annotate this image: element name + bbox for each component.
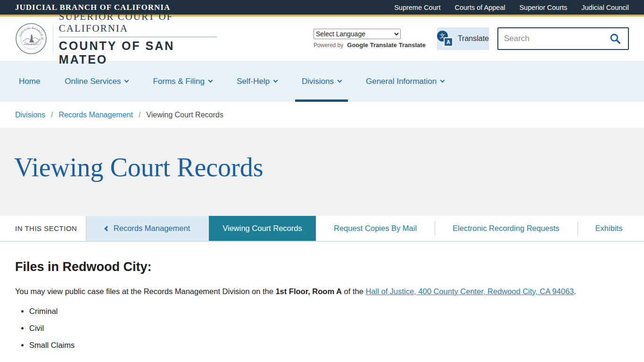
topbar-link-supreme-court[interactable]: Supreme Court [394,4,440,11]
paragraph-text: You may view public case files at the Re… [15,287,275,296]
tab-electronic-recording-requests[interactable]: Electronic Recording Requests [435,216,578,241]
case-type-list: Criminal Civil Small Claims [15,307,629,350]
logo-divider [53,24,53,53]
list-item: Small Claims [29,341,629,350]
chevron-left-icon [104,226,109,231]
topbar-link-courts-of-appeal[interactable]: Courts of Appeal [454,4,505,11]
translate-button-label: Translate [458,34,489,43]
section-navigation: IN THIS SECTION Records Management Viewi… [0,216,644,242]
page-title: Viewing Court Records [14,152,644,182]
nav-item-forms-filing-label: Forms & Filing [153,77,205,86]
back-tab-label: Records Management [114,224,190,233]
main-content: Files in Redwood City: You may view publ… [0,242,644,350]
nav-item-self-help-label: Self-Help [237,77,270,86]
chevron-down-icon [208,78,213,83]
translate-icon-square: A [444,37,453,47]
tab-exhibits[interactable]: Exhibits [578,216,641,241]
chevron-down-icon [338,78,342,83]
in-this-section-label: IN THIS SECTION [0,216,86,241]
chevron-down-icon [273,78,278,83]
content-paragraph: You may view public case files at the Re… [15,286,629,297]
main-navigation: Home Online Services Forms & Filing Self… [0,61,644,102]
chevron-down-icon [440,78,445,83]
nav-item-general-information[interactable]: General Information [354,61,456,102]
nav-item-online-services[interactable]: Online Services [52,61,140,102]
nav-item-online-services-label: Online Services [65,77,121,86]
language-select[interactable]: Select Language [314,29,401,39]
nav-item-general-information-label: General Information [366,77,437,86]
breadcrumb-divisions[interactable]: Divisions [15,111,45,119]
translate-button[interactable]: 文 A Translate [437,27,489,50]
breadcrumb-current: Viewing Court Records [146,111,223,119]
nav-item-forms-filing[interactable]: Forms & Filing [140,61,224,102]
topbar-link-judicial-council[interactable]: Judicial Council [581,4,629,11]
powered-by-label: Powered by [314,42,343,49]
paragraph-text: . [574,287,576,296]
content-heading: Files in Redwood City: [15,260,629,274]
site-name-line1: SUPERIOR COURT OF CALIFORNIA [59,11,217,37]
nav-item-self-help[interactable]: Self-Help [224,61,289,102]
paragraph-bold-location: 1st Floor, Room A [275,287,342,296]
nav-item-home-label: Home [19,77,40,86]
tab-viewing-court-records-active: Viewing Court Records [209,216,316,241]
topbar-links: Supreme Court Courts of Appeal Superior … [394,4,629,11]
google-translate-widget: Select Language Powered by Google Transl… [314,29,423,49]
chevron-down-icon [124,78,129,83]
powered-by-row: Powered by Google Translate Translate [314,41,423,49]
court-seal-icon: JUDICIAL BRANCH of CALIFORNIA [15,23,47,55]
google-translate-suffix: Translate [399,41,426,49]
hall-of-justice-link[interactable]: Hall of Justice, 400 County Center, Redw… [365,287,574,296]
breadcrumb-records-management[interactable]: Records Management [58,111,132,119]
breadcrumb-separator: / [51,111,53,119]
nav-item-divisions-label: Divisions [302,77,334,86]
back-tab-records-management[interactable]: Records Management [86,216,209,241]
nav-item-home[interactable]: Home [19,61,52,102]
paragraph-text: of the [342,287,365,296]
site-header: JUDICIAL BRANCH of CALIFORNIA SUPERIOR C… [0,16,644,61]
hero-banner: Viewing Court Records [0,128,644,216]
search-box [497,27,629,50]
site-logo[interactable]: JUDICIAL BRANCH of CALIFORNIA SUPERIOR C… [15,11,217,66]
search-button[interactable] [608,32,622,46]
google-translate-label: Google Translate [347,41,396,49]
list-item: Civil [29,324,629,333]
nav-item-divisions[interactable]: Divisions [289,61,354,102]
site-name: SUPERIOR COURT OF CALIFORNIA COUNTY OF S… [59,11,217,66]
breadcrumb-separator: / [139,111,140,119]
search-icon [609,33,621,45]
breadcrumb: Divisions / Records Management / Viewing… [0,102,644,128]
topbar-link-superior-courts[interactable]: Superior Courts [520,4,568,11]
translate-icon: 文 A [437,31,453,47]
tab-request-copies-by-mail[interactable]: Request Copies By Mail [316,216,435,241]
search-input[interactable] [504,34,608,43]
list-item: Criminal [29,307,629,316]
